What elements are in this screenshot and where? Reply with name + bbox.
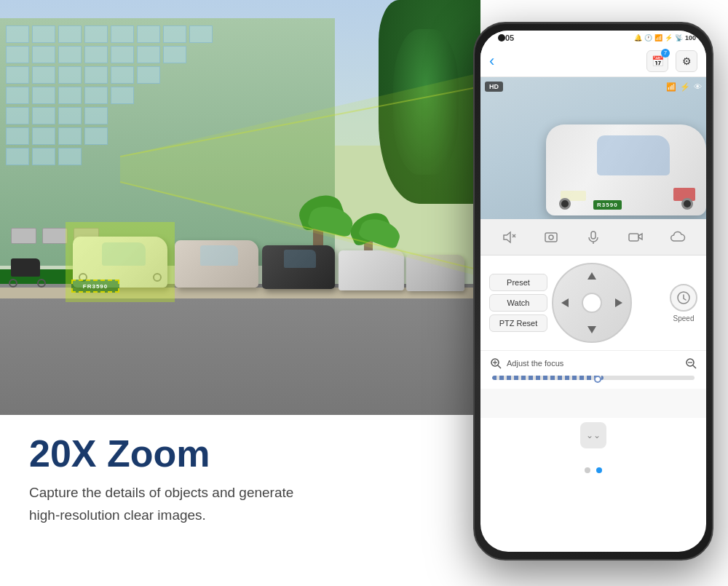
ptz-left-button[interactable] xyxy=(559,296,572,309)
signal-icon: 📶 xyxy=(666,82,676,92)
car-in-feed: R3590 xyxy=(546,124,706,219)
zoom-title: 20X Zoom xyxy=(29,433,451,475)
svg-marker-11 xyxy=(587,326,596,333)
zoom-out-icon[interactable] xyxy=(684,357,697,370)
calendar-button[interactable]: 📅 7 xyxy=(646,50,668,72)
parked-car-5 xyxy=(406,255,464,295)
nav-dot-1 xyxy=(585,467,590,473)
mute-button[interactable] xyxy=(496,224,522,250)
phone-body: 05 🔔 🕐 📶 ⚡ 📡 100 ‹ xyxy=(473,22,713,561)
svg-rect-9 xyxy=(629,234,638,241)
watch-button[interactable]: Watch xyxy=(489,294,547,312)
speed-button[interactable] xyxy=(670,284,697,312)
focus-slider-fill xyxy=(492,376,604,380)
ptz-reset-button[interactable]: PTZ Reset xyxy=(489,314,547,332)
settings-button[interactable]: ⚙ xyxy=(676,50,697,72)
license-plate-highlight: FR3590 xyxy=(71,280,119,293)
preset-button[interactable]: Preset xyxy=(489,274,547,291)
focus-header: Adjust the focus xyxy=(489,357,697,370)
zoom-description: Capture the details of objects and gener… xyxy=(29,482,379,526)
svg-marker-12 xyxy=(561,298,569,307)
ptz-section: Preset Watch PTZ Reset xyxy=(480,256,706,350)
svg-line-16 xyxy=(498,365,501,368)
building xyxy=(0,18,335,266)
page-indicator xyxy=(480,459,706,479)
focus-label: Adjust the focus xyxy=(507,359,563,368)
header-action-icons: 📅 7 ⚙ xyxy=(646,50,697,72)
status-icons: 🔔 🕐 📶 ⚡ 📡 100 xyxy=(634,34,696,41)
focus-slider[interactable] xyxy=(492,376,695,383)
status-time: 05 xyxy=(505,33,514,42)
svg-marker-13 xyxy=(615,298,622,307)
camera-bg: R3590 HD 📶 ⚡ 👁 xyxy=(480,77,706,219)
speed-control: Speed xyxy=(670,284,697,322)
license-plate-in-feed: R3590 xyxy=(593,200,622,210)
focus-section: Adjust the focus xyxy=(480,350,706,389)
camera-feed: R3590 HD 📶 ⚡ 👁 xyxy=(480,77,706,219)
road xyxy=(0,284,480,415)
feature-description-section: 20X Zoom Capture the details of objects … xyxy=(0,415,480,586)
video-status-icons: 📶 ⚡ 👁 xyxy=(666,82,702,92)
parked-car-2 xyxy=(175,240,258,291)
svg-rect-7 xyxy=(591,231,596,239)
zoom-in-icon xyxy=(489,357,502,370)
back-button[interactable]: ‹ xyxy=(489,52,494,71)
app-header: ‹ 📅 7 ⚙ xyxy=(480,45,706,77)
ptz-center xyxy=(582,293,602,313)
ptz-up-button[interactable] xyxy=(585,270,598,283)
video-toolbar: HD 📶 ⚡ 👁 xyxy=(485,82,702,92)
calendar-icon: 📅 xyxy=(652,55,664,67)
ptz-down-button[interactable] xyxy=(585,322,598,336)
parked-car-4 xyxy=(339,250,404,294)
focus-icons xyxy=(684,357,697,370)
svg-marker-10 xyxy=(587,272,596,280)
svg-line-20 xyxy=(693,365,696,368)
eye-icon: 👁 xyxy=(694,82,702,91)
phone-device: 05 🔔 🕐 📶 ⚡ 📡 100 ‹ xyxy=(473,22,713,561)
phone-notch: 05 🔔 🕐 📶 ⚡ 📡 100 xyxy=(480,31,706,45)
ptz-right-button[interactable] xyxy=(612,296,625,309)
scroll-controls: ⌄⌄ xyxy=(480,418,706,459)
phone-screen: 05 🔔 🕐 📶 ⚡ 📡 100 ‹ xyxy=(480,31,706,552)
parked-car-3 xyxy=(262,245,335,293)
scroll-down-button[interactable]: ⌄⌄ xyxy=(580,422,606,448)
screenshot-button[interactable] xyxy=(538,224,564,250)
battery-icon: ⚡ xyxy=(680,82,690,92)
calendar-badge: 7 xyxy=(661,49,670,58)
svg-rect-5 xyxy=(545,233,557,242)
nav-dot-2 xyxy=(596,467,602,473)
speed-label: Speed xyxy=(673,314,695,322)
right-foliage-2 xyxy=(393,29,459,175)
ptz-action-buttons: Preset Watch PTZ Reset xyxy=(489,274,547,332)
gear-icon: ⚙ xyxy=(682,55,692,67)
hd-badge: HD xyxy=(485,82,503,92)
street-scene: FR3590 xyxy=(0,0,480,415)
svg-point-6 xyxy=(549,235,553,239)
cloud-button[interactable] xyxy=(665,224,691,250)
content-spacer xyxy=(480,389,706,418)
focus-slider-thumb[interactable] xyxy=(594,376,601,383)
ptz-directional-pad xyxy=(552,263,632,343)
controls-bar xyxy=(480,219,706,256)
record-button[interactable] xyxy=(622,224,649,250)
scooter xyxy=(7,258,47,288)
ptz-pad-bg xyxy=(552,263,632,343)
microphone-button[interactable] xyxy=(580,224,606,250)
